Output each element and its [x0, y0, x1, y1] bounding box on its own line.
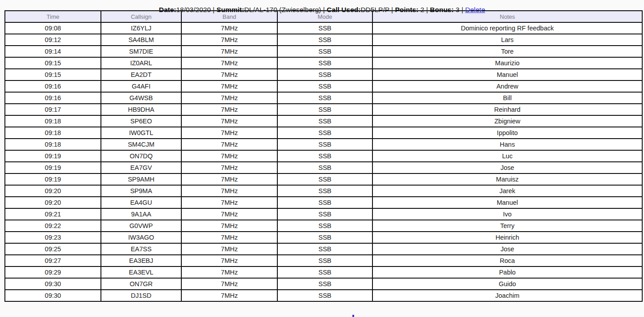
cell-band: 7MHz [181, 115, 277, 127]
cutoff-link-fragment [352, 315, 354, 317]
cell-band: 7MHz [181, 278, 277, 290]
cell-notes: Hans [372, 139, 642, 150]
cell-callsign: 9A1AA [101, 208, 181, 220]
cell-notes: Manuel [372, 197, 642, 208]
summary-separator: | [460, 6, 465, 13]
cell-band: 7MHz [181, 173, 277, 185]
cell-notes: Heinrich [372, 232, 642, 243]
cell-mode: SSB [277, 46, 372, 57]
cell-notes: Joachim [372, 290, 642, 301]
cell-time: 09:15 [5, 69, 101, 80]
cell-mode: SSB [277, 173, 372, 185]
cell-callsign: SP6EO [101, 115, 181, 127]
cell-time: 09:20 [5, 185, 101, 197]
cell-mode: SSB [277, 139, 372, 150]
cell-callsign: SM4CJM [101, 139, 181, 150]
cell-callsign: SP9AMH [101, 173, 181, 185]
cell-notes: Tore [372, 46, 642, 57]
table-row: 09:18SP6EO7MHzSSBZbigniew [5, 115, 642, 127]
cell-time: 09:20 [5, 197, 101, 208]
cell-band: 7MHz [181, 139, 277, 150]
cell-notes: Ippolito [372, 127, 642, 139]
cell-time: 09:12 [5, 34, 101, 46]
cell-mode: SSB [277, 92, 372, 104]
cell-callsign: IZ0ARL [101, 57, 181, 69]
cell-notes: Andrew [372, 80, 642, 92]
summary-field-label: Bonus: [430, 6, 454, 13]
cell-callsign: IW0GTL [101, 127, 181, 139]
cell-callsign: EA7GV [101, 162, 181, 173]
cell-time: 09:27 [5, 255, 101, 266]
cell-callsign: DJ1SD [101, 290, 181, 301]
cell-band: 7MHz [181, 80, 277, 92]
table-row: 09:16G4AFI7MHzSSBAndrew [5, 80, 642, 92]
cell-time: 09:29 [5, 266, 101, 278]
table-row: 09:16G4WSB7MHzSSBBill [5, 92, 642, 104]
log-summary-bar: Date:18/03/2020 | Summit:DL/AL-170 (Zwie… [0, 0, 644, 10]
cell-callsign: ON7DQ [101, 150, 181, 162]
table-row: 09:25EA7SS7MHzSSBJose [5, 243, 642, 255]
cell-band: 7MHz [181, 92, 277, 104]
cell-time: 09:17 [5, 104, 101, 115]
cell-band: 7MHz [181, 290, 277, 301]
table-row: 09:27EA3EBJ7MHzSSBRoca [5, 255, 642, 266]
cell-time: 09:21 [5, 208, 101, 220]
cell-callsign: SM7DIE [101, 46, 181, 57]
cell-mode: SSB [277, 290, 372, 301]
cell-callsign: EA2DT [101, 69, 181, 80]
summary-separator: | [424, 6, 430, 13]
cell-band: 7MHz [181, 104, 277, 115]
summary-field-value: 18/03/2020 [176, 6, 211, 13]
cell-time: 09:16 [5, 92, 101, 104]
cell-mode: SSB [277, 127, 372, 139]
cell-callsign: SA4BLM [101, 34, 181, 46]
cell-band: 7MHz [181, 197, 277, 208]
cell-notes: Lars [372, 34, 642, 46]
table-row: 09:30DJ1SD7MHzSSBJoachim [5, 290, 642, 301]
table-row: 09:30ON7GR7MHzSSBGuido [5, 278, 642, 290]
table-row: 09:18IW0GTL7MHzSSBIppolito [5, 127, 642, 139]
cell-time: 09:15 [5, 57, 101, 69]
table-row: 09:14SM7DIE7MHzSSBTore [5, 46, 642, 57]
cell-callsign: G0VWP [101, 220, 181, 232]
cell-mode: SSB [277, 197, 372, 208]
summary-field-value: DL/AL-170 (Zwieselberg) [244, 6, 321, 13]
cell-notes: Dominico reporting RF feedback [372, 22, 642, 34]
table-row: 09:18SM4CJM7MHzSSBHans [5, 139, 642, 150]
cell-callsign: EA4GU [101, 197, 181, 208]
cell-callsign: IW3AGO [101, 232, 181, 243]
summary-field-value: 2 [418, 6, 424, 13]
cell-band: 7MHz [181, 69, 277, 80]
table-row: 09:22G0VWP7MHzSSBTerry [5, 220, 642, 232]
cell-band: 7MHz [181, 232, 277, 243]
table-row: 09:20EA4GU7MHzSSBManuel [5, 197, 642, 208]
cell-notes: Luc [372, 150, 642, 162]
cell-notes: Zbigniew [372, 115, 642, 127]
cell-time: 09:18 [5, 139, 101, 150]
cell-band: 7MHz [181, 255, 277, 266]
cell-mode: SSB [277, 185, 372, 197]
cell-notes: Pablo [372, 266, 642, 278]
table-row: 09:29EA3EVL7MHzSSBPablo [5, 266, 642, 278]
summary-separator: | [321, 6, 327, 13]
cell-band: 7MHz [181, 57, 277, 69]
cell-mode: SSB [277, 104, 372, 115]
cell-mode: SSB [277, 57, 372, 69]
cell-band: 7MHz [181, 185, 277, 197]
cell-mode: SSB [277, 69, 372, 80]
table-row: 09:19SP9AMH7MHzSSBMaruisz [5, 173, 642, 185]
table-row: 09:19EA7GV7MHzSSBJose [5, 162, 642, 173]
cell-band: 7MHz [181, 266, 277, 278]
cell-callsign: EA7SS [101, 243, 181, 255]
cell-time: 09:19 [5, 173, 101, 185]
cell-time: 09:08 [5, 22, 101, 34]
table-row: 09:15IZ0ARL7MHzSSBMaurizio [5, 57, 642, 69]
cell-band: 7MHz [181, 46, 277, 57]
cell-band: 7MHz [181, 22, 277, 34]
cell-callsign: SP9MA [101, 185, 181, 197]
cell-notes: Jose [372, 162, 642, 173]
cell-time: 09:14 [5, 46, 101, 57]
cell-callsign: G4AFI [101, 80, 181, 92]
delete-link[interactable]: Delete [465, 6, 485, 13]
cell-notes: Jose [372, 243, 642, 255]
